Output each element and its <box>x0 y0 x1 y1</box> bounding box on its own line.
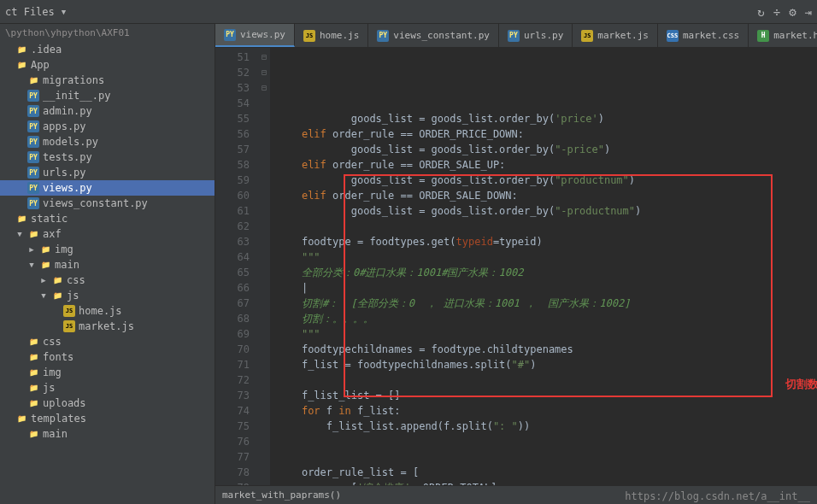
code-line[interactable] <box>277 434 817 449</box>
tree-item[interactable]: ▶📁img <box>0 242 215 257</box>
tree-item[interactable]: 📁img <box>0 365 215 380</box>
code-line[interactable]: goods_list = goods_list.order_by('price'… <box>277 111 817 126</box>
fold-icon[interactable]: ⊟ <box>258 80 270 96</box>
tree-item[interactable]: 📁static <box>0 211 215 226</box>
chevron-icon[interactable]: ▶ <box>27 245 36 254</box>
chevron-icon[interactable]: ▼ <box>39 291 48 300</box>
tree-item-label: main <box>43 428 68 440</box>
code-line[interactable]: for f in f_list: <box>277 403 817 419</box>
tree-item[interactable]: 📁main <box>0 426 215 442</box>
tree-item[interactable]: 📁.idea <box>0 42 215 57</box>
code-line[interactable]: goods_list = goods_list.order_by("-produ… <box>277 203 817 219</box>
code-line[interactable]: """ <box>277 249 817 265</box>
tree-item[interactable]: 📁App <box>0 57 215 73</box>
tree-item[interactable]: 📁migrations <box>0 73 215 88</box>
tree-item[interactable]: JSmarket.js <box>0 319 215 334</box>
code-line[interactable]: elif order_rule == ORDER_PRICE_DOWN: <box>277 126 817 142</box>
code-line[interactable]: foodtype = foodtypes.get(typeid=typeid) <box>277 234 817 249</box>
code-line[interactable]: goods_list = goods_list.order_by("-price… <box>277 142 817 157</box>
code-content[interactable]: 切割数据 goods_list = goods_list.order_by('p… <box>270 48 817 485</box>
tree-item-label: templates <box>31 413 86 425</box>
code-line[interactable]: elif order_rule == ORDER_SALE_DOWN: <box>277 188 817 203</box>
chevron-icon[interactable]: ▶ <box>39 276 48 284</box>
fold-gutter: ⊟⊟⊟ <box>258 48 270 485</box>
folder-icon: 📁 <box>15 44 27 56</box>
chevron-icon[interactable]: ▼ <box>15 230 24 238</box>
tab-label: views.py <box>240 29 285 40</box>
editor-tab[interactable]: JShome.js <box>295 24 368 47</box>
hide-icon[interactable]: ⇥ <box>805 5 812 19</box>
breadcrumb-text: market_with_paprams() <box>222 489 341 501</box>
tree-item[interactable]: PYtests.py <box>0 149 215 165</box>
python-icon: PY <box>224 29 236 41</box>
tree-item[interactable]: 📁templates <box>0 411 215 426</box>
code-line[interactable]: f_list_list.append(f.split(": ")) <box>277 419 817 434</box>
tab-bar: PYviews.pyJShome.jsPYviews_constant.pyPY… <box>215 24 817 48</box>
code-line[interactable]: elif order_rule == ORDER_SALE_UP: <box>277 157 817 173</box>
editor-tab[interactable]: JSmarket.js <box>573 24 658 47</box>
code-line[interactable]: 切割：。。。。 <box>277 311 817 326</box>
chevron-down-icon[interactable]: ▼ <box>62 8 66 16</box>
fold-icon[interactable]: ⊟ <box>258 50 270 65</box>
python-icon: PY <box>27 151 39 163</box>
python-icon: PY <box>508 30 520 42</box>
code-line[interactable] <box>277 372 817 388</box>
folder-icon: 📁 <box>39 259 51 271</box>
tree-item-label: js <box>67 290 79 302</box>
code-line[interactable]: """ <box>277 326 817 342</box>
tree-item[interactable]: ▼📁main <box>0 257 215 273</box>
code-line[interactable]: ['综合排序', ORDER_TOTAL], <box>277 480 817 485</box>
tree-item[interactable]: ▼📁js <box>0 288 215 303</box>
code-line[interactable]: 切割#： [全部分类：0 ， 进口水果：1001 ， 国产水果：1002] <box>277 296 817 311</box>
tree-item[interactable]: 📁fonts <box>0 349 215 365</box>
js-icon: JS <box>63 320 75 332</box>
code-line[interactable] <box>277 449 817 465</box>
annotation-label: 切割数据 <box>785 377 817 392</box>
folder-icon: 📁 <box>15 413 27 425</box>
code-line[interactable] <box>277 219 817 234</box>
tree-item[interactable]: PYmodels.py <box>0 134 215 149</box>
folder-icon: 📁 <box>27 228 39 240</box>
refresh-icon[interactable]: ↻ <box>757 5 764 19</box>
tree-item[interactable]: PY__init__.py <box>0 88 215 103</box>
code-area[interactable]: 5152535455565758596061626364656667686970… <box>215 48 817 485</box>
tree-item-label: .idea <box>31 44 62 56</box>
css-icon: CSS <box>667 30 679 42</box>
editor-tab[interactable]: PYviews.py <box>215 24 295 47</box>
tree-item[interactable]: PYviews.py <box>0 180 215 196</box>
settings-icon[interactable]: ⚙ <box>789 5 796 19</box>
code-line[interactable]: goods_list = goods_list.order_by("produc… <box>277 173 817 188</box>
code-line[interactable]: f_list_list = [] <box>277 388 817 403</box>
folder-icon: 📁 <box>27 397 39 409</box>
tree-item[interactable]: PYviews_constant.py <box>0 196 215 211</box>
fold-icon[interactable]: ⊟ <box>258 65 270 80</box>
editor-tab[interactable]: PYviews_constant.py <box>368 24 499 47</box>
tree-item[interactable]: 📁css <box>0 334 215 349</box>
python-icon: PY <box>27 182 39 194</box>
tree-item[interactable]: JShome.js <box>0 303 215 319</box>
editor-tab[interactable]: Hmarket.ht <box>749 24 817 47</box>
tree-item[interactable]: 📁uploads <box>0 396 215 411</box>
code-line[interactable]: f_list = foodtypechildnames.split("#") <box>277 357 817 372</box>
code-line[interactable]: foodtypechildnames = foodtype.childtypen… <box>277 342 817 357</box>
code-line[interactable]: 全部分类：0#进口水果：1001#国产水果：1002 <box>277 265 817 280</box>
python-icon: PY <box>377 30 389 42</box>
tree-item[interactable]: 📁js <box>0 380 215 396</box>
editor-tab[interactable]: PYurls.py <box>499 24 573 47</box>
path-bar: \python\yhpython\AXF01 <box>0 24 215 42</box>
code-line[interactable]: order_rule_list = [ <box>277 465 817 480</box>
file-tree: 📁.idea📁App📁migrationsPY__init__.pyPYadmi… <box>0 42 215 442</box>
panel-title: ct Files <box>5 6 55 18</box>
tree-item[interactable]: PYapps.py <box>0 119 215 134</box>
chevron-icon[interactable]: ▼ <box>27 261 36 269</box>
editor-tab[interactable]: CSSmarket.css <box>658 24 749 47</box>
code-line[interactable]: | <box>277 280 817 296</box>
tree-item-label: fonts <box>43 351 73 363</box>
tree-item[interactable]: ▶📁css <box>0 273 215 288</box>
collapse-icon[interactable]: ÷ <box>773 5 780 19</box>
tree-item[interactable]: PYurls.py <box>0 165 215 180</box>
js-icon: JS <box>63 305 75 317</box>
tree-item-label: css <box>67 274 85 286</box>
tree-item[interactable]: ▼📁axf <box>0 226 215 242</box>
tree-item[interactable]: PYadmin.py <box>0 103 215 119</box>
